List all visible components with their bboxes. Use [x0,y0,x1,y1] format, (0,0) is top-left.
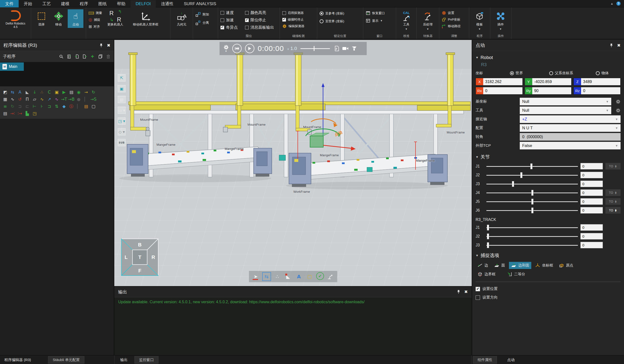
text-label-icon[interactable]: A [295,272,303,281]
path-points-icon[interactable]: ∴ [273,272,282,281]
editor-tool-icon[interactable]: ◉ [76,89,82,95]
snap-face-button[interactable]: 面 [492,262,507,269]
menu-item[interactable]: 连通性 [156,0,179,7]
plugins-button[interactable]: 插件 ▼ [493,9,508,32]
import-program-icon[interactable] [74,54,79,59]
limit-chart-icon[interactable]: ◣ [284,272,293,281]
bounds-icon[interactable]: ▢ [305,272,314,281]
snap-bisect-button[interactable]: 二等分 [505,271,527,278]
j6-slider[interactable] [486,207,578,214]
select-button[interactable]: 选择 [34,9,49,28]
frame-label[interactable]: WorkFrame [293,190,310,194]
editor-tool-icon[interactable]: ▏ [83,96,89,102]
menu-item[interactable]: DELFOI [130,0,156,8]
editor-tool-icon[interactable]: ⇆ [9,89,16,95]
playback-settings-button[interactable]: ▼ [223,45,229,52]
snap-options-section-header[interactable]: ▼ 捕捉选项 [472,248,624,259]
lock-to-world-radio[interactable]: 至世界 (坐标) [320,19,344,23]
base-frame-gear-button[interactable] [611,99,621,104]
editor-tool-icon[interactable]: Ⓢ [68,103,75,110]
track-j1-slider[interactable] [486,224,578,231]
editor-tool-icon[interactable]: ∿ [9,96,16,102]
3d-viewport[interactable]: MountFrame MountFrame MountFrame MangeFr… [114,40,472,286]
tab-program-editor[interactable]: 程序编辑器 (R3) [0,355,35,364]
editor-tool-icon[interactable]: ▣ [53,89,60,95]
j1-slider[interactable] [486,163,578,169]
close-panel-icon[interactable]: ✖ [107,43,110,48]
calibration-tools-button[interactable]: CAL 工具 ▼ [399,9,414,32]
tool-frame-select[interactable]: Null ▼ [520,107,611,114]
ry-field[interactable]: Ry 90 [525,87,572,94]
editor-tool-icon[interactable]: ◳ [31,110,38,117]
check-icon[interactable]: ✔ [316,272,324,280]
j2-value[interactable]: 0 [580,172,603,178]
snap-button[interactable]: ◎ 捕捉 [89,17,102,22]
limit-checkbox[interactable]: 颜色高亮 [245,10,277,15]
j2-slider[interactable] [486,172,578,178]
limit-checkbox[interactable]: 奇异点 [221,25,241,30]
editor-tool-icon[interactable]: →∶ [9,110,16,117]
template-button[interactable]: 模板 ▼ [472,9,487,32]
record-video-icon[interactable] [342,46,349,51]
menu-item[interactable]: 文件 [0,0,19,7]
editor-tool-icon[interactable]: ● [76,96,82,102]
move-path-button[interactable]: 移动路径 [442,24,461,28]
restore-window-button[interactable]: 恢复窗口 [366,11,385,15]
j3-value[interactable]: 0 [580,181,603,187]
editor-tool-icon[interactable]: ∶→ [17,110,23,117]
base-frame-select[interactable]: Null ▼ [520,98,611,105]
set-orientation-checkbox[interactable]: 设置方向 [472,292,624,300]
stop-on-collision-checkbox[interactable]: 碰撞时停止 [282,17,304,22]
coord-world-radio[interactable]: 世界 [510,71,547,75]
tab-jog[interactable]: 点动 [503,355,519,364]
track-j3-slider[interactable] [486,242,578,248]
editor-tool-icon[interactable]: ↺ [17,96,23,102]
render-mode-icon[interactable] [351,46,357,51]
j6-to-button[interactable]: TO▲▼ [605,207,621,214]
j4-slider[interactable] [486,190,578,196]
approach-axis-select[interactable]: +Z ▼ [520,115,621,123]
pnp-frame-button[interactable]: PnP坐标 [442,17,461,22]
snap-edge-button[interactable]: 边 [476,262,490,269]
align-button[interactable]: ⊞ 对齐 [89,24,102,29]
editor-tool-icon[interactable]: ◩ [2,89,8,95]
editor-tool-icon[interactable]: ▢ [90,103,97,110]
track-j2-value[interactable]: 0 [580,233,603,240]
menu-item[interactable]: 帮助 [112,0,130,7]
edit-detector-button[interactable]: 编辑探测器 [282,24,304,28]
joints-section-header[interactable]: ▼ 关节 [472,149,624,161]
limit-checkbox[interactable]: 加速 [221,18,241,23]
coord-object-radio[interactable]: 物体 [596,71,609,75]
editor-tool-icon[interactable]: ▶ [61,89,67,95]
menu-item[interactable]: 建模 [56,0,75,7]
editor-tool-icon[interactable]: ⊐ [46,103,52,110]
j5-to-button[interactable]: TO▲▼ [605,198,621,205]
fit-view-icon[interactable]: ⇱ [118,74,126,82]
editor-tool-icon[interactable]: →B [68,96,75,102]
editor-tool-icon[interactable]: C [46,89,52,95]
editor-tool-icon[interactable]: → [83,89,89,95]
display-menu-button[interactable]: 显示 ▼ [366,18,385,23]
j4-to-button[interactable]: TO▲▼ [605,189,621,196]
cube-icon[interactable]: ◇ ▾ [118,128,126,136]
robot-section-header[interactable]: ▼ Robot [472,52,624,61]
editor-tool-icon[interactable]: ⊢ [31,103,38,110]
frame-label[interactable]: MangeFrame [156,143,175,146]
frame-label[interactable]: MangeFrame [225,147,244,151]
coord-parent-radio[interactable]: 父系坐标系 [549,71,593,75]
search-icon[interactable] [58,54,64,59]
editor-tool-icon[interactable]: ▤ [2,110,8,117]
menu-item[interactable]: 程序 [75,0,93,7]
configuration-select[interactable]: N U T ▼ [520,124,621,132]
add-subprogram-icon[interactable]: + [90,54,95,59]
menu-item[interactable]: 图纸 [93,0,112,7]
editor-tool-icon[interactable]: ◣ [24,89,30,95]
enable-detector-checkbox[interactable]: 启用探测器 [282,11,304,15]
jog-button[interactable]: ☝ 点动 [68,9,83,28]
j1-value[interactable]: 0 [580,163,603,169]
help-icon[interactable]: ? [616,1,621,6]
speed-slider[interactable] [300,46,330,51]
track-j2-slider[interactable] [486,233,578,240]
external-tcp-select[interactable]: False ▼ [520,142,621,149]
menu-item[interactable]: 工艺 [37,0,56,7]
